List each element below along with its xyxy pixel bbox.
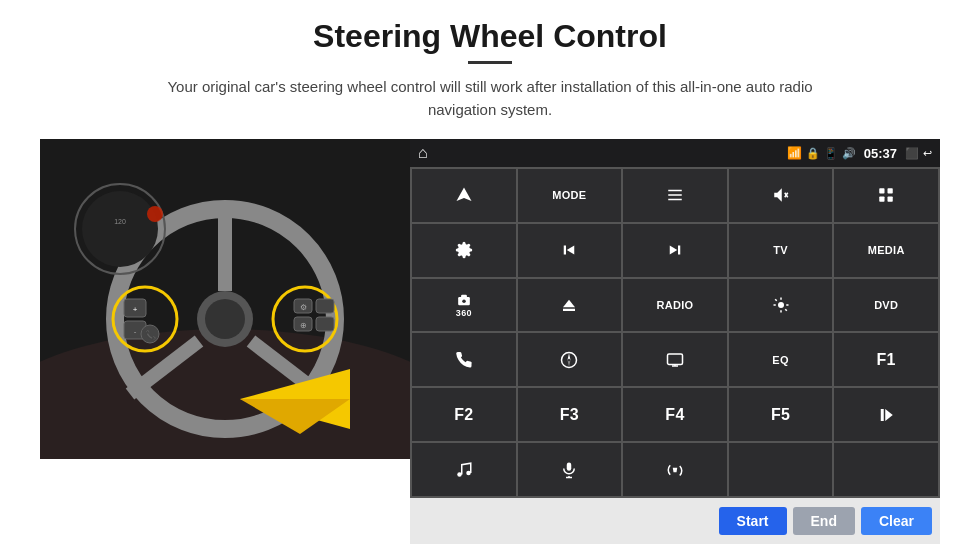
status-bar-left: ⌂	[418, 144, 428, 162]
svg-marker-46	[563, 300, 575, 308]
svg-marker-56	[568, 353, 571, 360]
svg-text:📞: 📞	[145, 329, 157, 341]
page-title: Steering Wheel Control	[313, 18, 667, 55]
svg-line-52	[785, 309, 787, 311]
svg-rect-20	[316, 299, 334, 313]
svg-marker-61	[881, 409, 884, 421]
subtitle: Your original car's steering wheel contr…	[140, 76, 840, 121]
svg-rect-43	[678, 246, 680, 255]
f2-button[interactable]: F2	[412, 388, 516, 441]
svg-rect-21	[316, 317, 334, 331]
apps-button[interactable]	[834, 169, 938, 222]
next-button[interactable]	[623, 224, 727, 277]
svg-point-64	[466, 470, 471, 475]
page-container: Steering Wheel Control Your original car…	[0, 0, 980, 544]
title-divider	[468, 61, 512, 64]
tv-button[interactable]: TV	[729, 224, 833, 277]
svg-text:⚙: ⚙	[300, 303, 307, 312]
svg-text:-: -	[134, 327, 137, 336]
empty1-button	[729, 443, 833, 496]
status-time: 05:37	[864, 146, 897, 161]
bluetooth-icon: 🔊	[842, 147, 856, 160]
cast-icon: ⬛	[905, 147, 919, 160]
screen-button[interactable]	[623, 333, 727, 386]
svg-line-51	[775, 299, 777, 301]
svg-rect-35	[879, 189, 884, 194]
eject-button[interactable]	[518, 279, 622, 332]
360cam-button[interactable]: 360	[412, 279, 516, 332]
svg-text:+: +	[133, 305, 138, 314]
svg-marker-32	[774, 189, 782, 203]
radio-button[interactable]: RADIO	[623, 279, 727, 332]
home-icon[interactable]: ⌂	[418, 144, 428, 162]
compass-button[interactable]	[518, 333, 622, 386]
settings-button[interactable]	[412, 224, 516, 277]
button-grid: MODE	[410, 167, 940, 498]
svg-rect-31	[668, 199, 682, 201]
svg-rect-29	[668, 190, 682, 192]
nav-button[interactable]	[412, 169, 516, 222]
mic-button[interactable]	[518, 443, 622, 496]
start-button[interactable]: Start	[719, 507, 787, 535]
svg-marker-40	[567, 246, 575, 255]
svg-marker-42	[670, 246, 678, 255]
brightness-button[interactable]	[729, 279, 833, 332]
status-bar: ⌂ 📶 🔒 📱 🔊 05:37 ⬛ ↩	[410, 139, 940, 167]
f4-button[interactable]: F4	[623, 388, 727, 441]
empty2-button	[834, 443, 938, 496]
f1-button[interactable]: F1	[834, 333, 938, 386]
wifi-icon: 📶	[787, 146, 802, 160]
eq-button[interactable]: EQ	[729, 333, 833, 386]
svg-text:⊕: ⊕	[300, 321, 307, 330]
hangup-button[interactable]	[623, 443, 727, 496]
end-button[interactable]: End	[793, 507, 855, 535]
list-button[interactable]	[623, 169, 727, 222]
action-bar: Start End Clear	[410, 498, 940, 544]
svg-rect-65	[567, 462, 572, 470]
svg-text:120: 120	[114, 218, 126, 225]
svg-point-63	[457, 472, 462, 477]
svg-rect-58	[667, 354, 682, 365]
svg-rect-41	[564, 246, 566, 255]
mute-button[interactable]	[729, 169, 833, 222]
playpause-button[interactable]	[834, 388, 938, 441]
svg-marker-28	[456, 188, 471, 202]
svg-rect-47	[563, 309, 575, 311]
content-row: + - 📞 ⚙ ⊕ 120	[40, 139, 940, 544]
music-button[interactable]	[412, 443, 516, 496]
radio-panel: ⌂ 📶 🔒 📱 🔊 05:37 ⬛ ↩ MODE	[410, 139, 940, 544]
svg-rect-30	[668, 195, 682, 197]
svg-point-27	[147, 206, 163, 222]
svg-rect-36	[888, 189, 893, 194]
back-icon: ↩	[923, 147, 932, 160]
dvd-button[interactable]: DVD	[834, 279, 938, 332]
prev-button[interactable]	[518, 224, 622, 277]
svg-marker-57	[568, 360, 571, 367]
svg-rect-38	[888, 197, 893, 202]
svg-point-48	[778, 302, 784, 308]
sim-icon: 📱	[824, 147, 838, 160]
lock-icon: 🔒	[806, 147, 820, 160]
svg-marker-62	[885, 409, 893, 421]
clear-button[interactable]: Clear	[861, 507, 932, 535]
f5-button[interactable]: F5	[729, 388, 833, 441]
svg-point-1	[40, 329, 410, 459]
svg-point-45	[462, 299, 466, 303]
phone-button[interactable]	[412, 333, 516, 386]
status-bar-right: 📶 🔒 📱 🔊 05:37 ⬛ ↩	[787, 146, 932, 161]
svg-rect-37	[879, 197, 884, 202]
media-button[interactable]: MEDIA	[834, 224, 938, 277]
mode-button[interactable]: MODE	[518, 169, 622, 222]
car-image: + - 📞 ⚙ ⊕ 120	[40, 139, 410, 459]
svg-point-4	[205, 299, 245, 339]
f3-button[interactable]: F3	[518, 388, 622, 441]
svg-point-25	[82, 191, 158, 267]
